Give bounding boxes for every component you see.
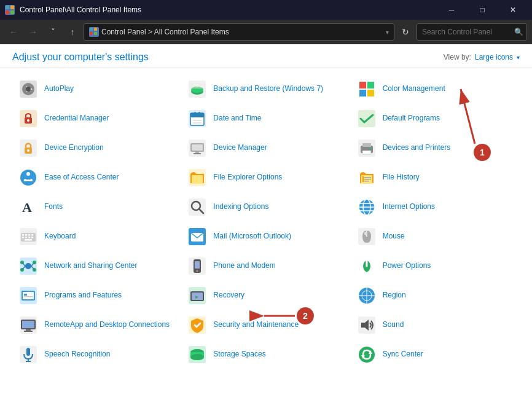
item-security[interactable]: Security and Maintenance — [181, 310, 350, 340]
svg-point-33 — [27, 149, 29, 152]
icon-filehist — [357, 168, 377, 187]
label-backup: Backup and Restore (Windows 7) — [213, 84, 323, 94]
minimize-button[interactable]: ─ — [437, 0, 466, 20]
item-indexing[interactable]: Indexing Options — [181, 192, 350, 222]
svg-rect-18 — [359, 90, 366, 96]
up-button[interactable]: ↑ — [64, 23, 81, 41]
icon-color — [357, 79, 377, 99]
svg-rect-41 — [362, 143, 371, 147]
item-phone[interactable]: Phone and Modem — [181, 251, 350, 281]
svg-text:A: A — [22, 200, 32, 215]
item-sound[interactable]: Sound — [351, 310, 520, 340]
label-datetime: Date and Time — [213, 114, 261, 124]
item-fileexp[interactable]: File Explorer Options — [181, 163, 350, 192]
address-icon — [89, 27, 99, 37]
address-box[interactable]: Control Panel > All Control Panel Items … — [84, 23, 394, 41]
item-programs[interactable]: Programs and Features — [12, 281, 181, 310]
icon-ease — [18, 168, 38, 187]
svg-rect-72 — [22, 237, 24, 238]
icon-keyboard — [18, 227, 38, 246]
label-internet: Internet Options — [383, 202, 435, 212]
icon-devprint — [357, 138, 377, 158]
icon-devmgr — [187, 138, 207, 158]
item-power[interactable]: Power Options — [351, 251, 520, 281]
item-devprint[interactable]: Devices and Printers — [351, 133, 520, 163]
label-security: Security and Maintenance — [213, 320, 299, 330]
label-devprint: Devices and Printers — [383, 143, 451, 153]
item-credential[interactable]: Credential Manager — [12, 104, 181, 133]
item-storage[interactable]: Storage Spaces — [181, 340, 350, 369]
svg-rect-75 — [31, 237, 33, 238]
item-ease[interactable]: Ease of Access Center — [12, 163, 181, 192]
item-devmgr[interactable]: Device Manager — [181, 133, 350, 163]
search-box[interactable]: 🔍 — [417, 23, 527, 41]
item-recovery[interactable]: Recovery — [181, 281, 350, 310]
item-keyboard[interactable]: Keyboard — [12, 222, 181, 251]
icon-programs — [18, 286, 38, 305]
svg-rect-51 — [362, 176, 364, 182]
item-datetime[interactable]: Date and Time — [181, 104, 350, 133]
item-autoplay[interactable]: AutoPlay — [12, 74, 181, 104]
label-network: Network and Sharing Center — [44, 261, 137, 271]
item-mouse[interactable]: Mouse — [351, 222, 520, 251]
address-chevron-icon: ▾ — [386, 29, 389, 36]
label-mouse: Mouse — [383, 232, 405, 242]
close-button[interactable]: ✕ — [499, 0, 527, 20]
item-remoteapp[interactable]: RemoteApp and Desktop Connections — [12, 310, 181, 340]
label-sync: Sync Center — [383, 350, 423, 360]
svg-point-11 — [26, 87, 31, 92]
label-speech: Speech Recognition — [44, 350, 110, 360]
svg-rect-7 — [94, 32, 97, 35]
item-fonts[interactable]: AFonts — [12, 192, 181, 222]
svg-rect-68 — [22, 234, 24, 236]
icon-mail — [187, 227, 207, 246]
svg-rect-95 — [195, 261, 200, 269]
items-area: AutoPlayBackup and Restore (Windows 7)Co… — [0, 68, 532, 397]
item-default[interactable]: Default Programs — [351, 104, 520, 133]
svg-rect-17 — [367, 82, 374, 88]
refresh-button[interactable]: ↻ — [397, 23, 414, 41]
item-filehist[interactable]: File History — [351, 163, 520, 192]
label-devenc: Device Encryption — [44, 143, 104, 153]
svg-rect-42 — [362, 151, 371, 154]
view-by-dropdown[interactable]: Large icons — [475, 53, 513, 61]
titlebar-controls: ─ □ ✕ — [437, 0, 527, 20]
icon-fileexp — [187, 168, 207, 187]
items-grid: AutoPlayBackup and Restore (Windows 7)Co… — [12, 74, 520, 369]
item-region[interactable]: Region — [351, 281, 520, 310]
search-input[interactable] — [422, 28, 514, 36]
label-remoteapp: RemoteApp and Desktop Connections — [44, 320, 170, 330]
item-speech[interactable]: Speech Recognition — [12, 340, 181, 369]
titlebar-title: Control Panel\All Control Panel Items — [20, 6, 432, 14]
label-programs: Programs and Features — [44, 291, 122, 301]
icon-region — [357, 286, 377, 305]
item-devenc[interactable]: Device Encryption — [12, 133, 181, 163]
item-backup[interactable]: Backup and Restore (Windows 7) — [181, 74, 350, 104]
svg-point-46 — [24, 179, 26, 181]
view-by-control: View by: Large icons ▾ — [444, 53, 520, 61]
label-recovery: Recovery — [213, 291, 244, 301]
svg-rect-19 — [367, 90, 374, 96]
forward-button[interactable]: → — [25, 23, 42, 41]
back-button[interactable]: ← — [5, 23, 22, 41]
dropdown-button[interactable]: ˅ — [44, 23, 61, 41]
label-autoplay: AutoPlay — [44, 84, 74, 94]
svg-rect-1 — [10, 6, 14, 9]
item-network[interactable]: Network and Sharing Center — [12, 251, 181, 281]
item-mail[interactable]: Mail (Microsoft Outlook) — [181, 222, 350, 251]
dropdown-arrow-icon: ▾ — [517, 54, 520, 61]
icon-remoteapp — [18, 315, 38, 335]
label-filehist: File History — [383, 173, 420, 183]
label-color: Color Management — [383, 84, 445, 94]
page-title: Adjust your computer's settings — [12, 52, 149, 63]
item-color[interactable]: Color Management — [351, 74, 520, 104]
item-internet[interactable]: Internet Options — [351, 192, 520, 222]
label-indexing: Indexing Options — [213, 202, 268, 212]
svg-point-83 — [25, 263, 31, 269]
icon-phone — [187, 256, 207, 276]
svg-rect-54 — [364, 181, 369, 182]
svg-rect-113 — [24, 331, 33, 332]
icon-fonts: A — [18, 197, 38, 217]
maximize-button[interactable]: □ — [468, 0, 496, 20]
item-sync[interactable]: Sync Center — [351, 340, 520, 369]
